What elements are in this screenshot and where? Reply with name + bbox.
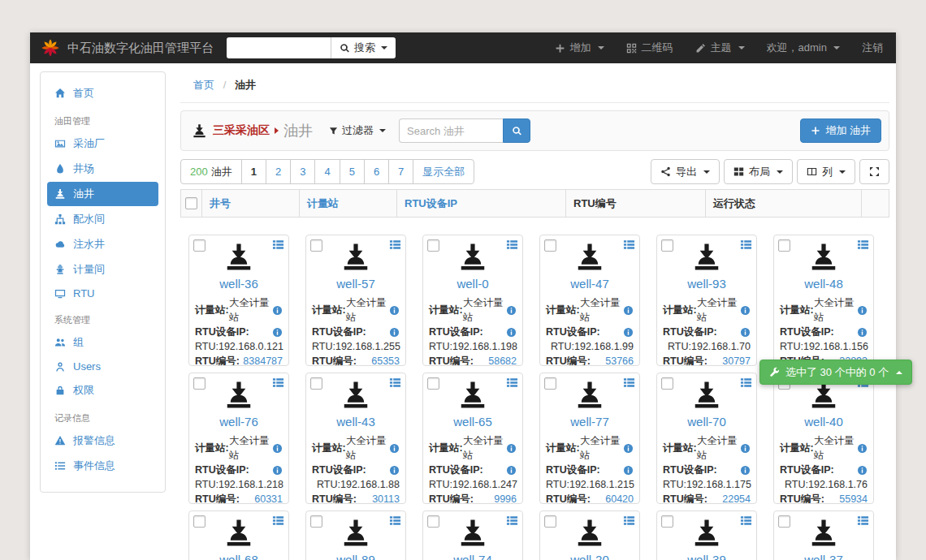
card-checkbox[interactable] — [778, 239, 790, 252]
well-name-link[interactable]: well-77 — [540, 415, 639, 429]
rtu-number-link[interactable]: 22954 — [722, 492, 751, 504]
card-menu-icon[interactable] — [857, 239, 869, 251]
sidebar-item-home[interactable]: 首页 — [47, 81, 158, 106]
breadcrumb-home-link[interactable]: 首页 — [193, 79, 214, 91]
well-name-link[interactable]: well-76 — [189, 415, 288, 429]
page-button-1[interactable]: 1 — [241, 159, 266, 184]
info-icon[interactable] — [623, 327, 634, 338]
add-entity-button[interactable]: 增加 油井 — [800, 118, 881, 143]
columns-button[interactable]: 列 — [797, 159, 855, 184]
card-menu-icon[interactable] — [389, 377, 401, 389]
card-menu-icon[interactable] — [623, 377, 635, 389]
well-name-link[interactable]: well-40 — [774, 415, 873, 429]
card-checkbox[interactable] — [427, 515, 439, 528]
info-icon[interactable] — [740, 465, 751, 476]
card-checkbox[interactable] — [427, 239, 439, 252]
info-icon[interactable] — [623, 305, 634, 316]
entity-search-button[interactable] — [503, 118, 530, 143]
navbar-item-add[interactable]: 增加 — [555, 41, 604, 55]
rtu-number-link[interactable]: 8384787 — [243, 354, 283, 366]
card-checkbox[interactable] — [661, 377, 673, 390]
page-button-6[interactable]: 6 — [364, 159, 389, 184]
info-icon[interactable] — [272, 443, 283, 454]
sidebar-item-rtu[interactable]: RTU — [47, 282, 158, 304]
navbar-search-button[interactable]: 搜索 — [331, 37, 396, 58]
page-button-5[interactable]: 5 — [340, 159, 365, 184]
well-name-link[interactable]: well-70 — [657, 415, 756, 429]
sidebar-item-water-dist-room[interactable]: 配水间 — [47, 207, 158, 231]
card-menu-icon[interactable] — [623, 239, 635, 251]
rtu-number-link[interactable]: 53766 — [605, 354, 634, 366]
sidebar-item-groups[interactable]: 组 — [47, 330, 158, 355]
card-menu-icon[interactable] — [506, 239, 518, 251]
card-menu-icon[interactable] — [506, 515, 518, 527]
rtu-number-link[interactable]: 55934 — [839, 492, 868, 504]
sidebar-item-alarm-info[interactable]: 报警信息 — [47, 429, 158, 453]
card-checkbox[interactable] — [544, 239, 556, 252]
well-name-link[interactable]: well-65 — [423, 415, 522, 429]
card-checkbox[interactable] — [310, 239, 322, 252]
info-icon[interactable] — [506, 305, 517, 316]
well-name-link[interactable]: well-37 — [774, 553, 873, 560]
info-icon[interactable] — [389, 327, 400, 338]
sidebar-item-users[interactable]: Users — [47, 355, 158, 377]
card-menu-icon[interactable] — [389, 515, 401, 527]
entity-search-input[interactable] — [399, 118, 503, 143]
navbar-search-input[interactable] — [227, 37, 331, 58]
info-icon[interactable] — [740, 443, 751, 454]
info-icon[interactable] — [272, 465, 283, 476]
well-name-link[interactable]: well-89 — [306, 553, 405, 560]
card-menu-icon[interactable] — [272, 377, 284, 389]
column-sort-link[interactable]: 井号 — [210, 196, 231, 211]
column-sort-link[interactable]: RTU设备IP — [405, 196, 457, 211]
card-checkbox[interactable] — [310, 515, 322, 528]
info-icon[interactable] — [506, 443, 517, 454]
card-checkbox[interactable] — [193, 515, 206, 528]
well-name-link[interactable]: well-48 — [774, 277, 873, 291]
navbar-item-qrcode[interactable]: 二维码 — [626, 41, 673, 55]
selection-dropdown-button[interactable]: 选中了 30 个中的 0 个 — [759, 360, 912, 385]
card-menu-icon[interactable] — [272, 515, 284, 527]
sidebar-item-event-info[interactable]: 事件信息 — [47, 454, 158, 478]
navbar-item-theme[interactable]: 主题 — [695, 41, 745, 55]
info-icon[interactable] — [272, 305, 283, 316]
well-name-link[interactable]: well-39 — [657, 553, 756, 560]
card-menu-icon[interactable] — [506, 377, 518, 389]
export-button[interactable]: 导出 — [651, 159, 720, 184]
info-icon[interactable] — [623, 465, 634, 476]
card-checkbox[interactable] — [310, 377, 322, 390]
info-icon[interactable] — [506, 327, 517, 338]
rtu-number-link[interactable]: 65353 — [371, 354, 400, 366]
select-all-checkbox[interactable] — [185, 197, 197, 209]
info-icon[interactable] — [389, 443, 400, 454]
card-checkbox[interactable] — [193, 239, 206, 252]
info-icon[interactable] — [740, 305, 751, 316]
page-button-3[interactable]: 3 — [290, 159, 315, 184]
card-checkbox[interactable] — [778, 515, 790, 528]
show-all-button[interactable]: 显示全部 — [413, 159, 474, 184]
card-checkbox[interactable] — [661, 239, 673, 252]
sidebar-item-well-site[interactable]: 井场 — [47, 157, 158, 181]
info-icon[interactable] — [623, 443, 634, 454]
well-name-link[interactable]: well-47 — [540, 277, 639, 291]
well-name-link[interactable]: well-20 — [540, 553, 639, 560]
info-icon[interactable] — [272, 327, 283, 338]
card-menu-icon[interactable] — [623, 515, 635, 527]
sidebar-item-permissions[interactable]: 权限 — [47, 378, 158, 403]
well-name-link[interactable]: well-36 — [189, 277, 288, 291]
info-icon[interactable] — [857, 465, 868, 476]
page-button-4[interactable]: 4 — [314, 159, 340, 184]
scope-link[interactable]: 三采采油区 — [213, 123, 282, 138]
sidebar-item-oil-well[interactable]: 油井 — [47, 182, 158, 206]
well-name-link[interactable]: well-57 — [306, 277, 405, 291]
page-button-7[interactable]: 7 — [388, 159, 413, 184]
layout-button[interactable]: 布局 — [724, 159, 793, 184]
info-icon[interactable] — [740, 327, 751, 338]
brand-link[interactable]: 中石油数字化油田管理平台 — [40, 37, 214, 58]
rtu-number-link[interactable]: 58682 — [488, 354, 517, 366]
card-menu-icon[interactable] — [740, 377, 752, 389]
sidebar-item-injection-well[interactable]: 注水井 — [47, 232, 158, 256]
info-icon[interactable] — [389, 305, 400, 316]
info-icon[interactable] — [857, 443, 868, 454]
filter-dropdown-button[interactable]: 过滤器 — [329, 123, 386, 138]
